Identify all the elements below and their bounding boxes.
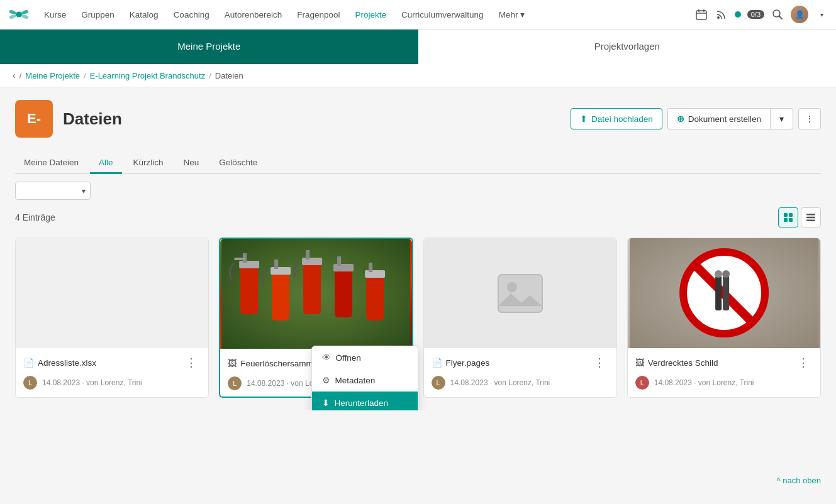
view-controls (778, 207, 821, 227)
menu-metadaten[interactable]: ⚙ Metadaten (312, 369, 418, 392)
svg-rect-19 (234, 258, 245, 260)
card-name-row-flyer: 📄 Flyer.pages ⋮ (432, 354, 609, 371)
notification-badge[interactable]: 0/3 (747, 10, 764, 19)
svg-rect-28 (337, 256, 341, 266)
card-meta-verdrecktes: L 14.08.2023 · von Lorenz, Trini (635, 376, 813, 390)
breadcrumb-back[interactable]: ‹ (13, 70, 16, 80)
cards-grid: 📄 Adressliste.xlsx ⋮ L 14.08.2023 · von … (15, 238, 821, 398)
card-footer-flyer: 📄 Flyer.pages ⋮ L 14.08.2023 · von Loren… (424, 348, 616, 396)
list-view-button[interactable] (801, 207, 821, 227)
card-thumb-adressliste (16, 238, 208, 348)
top-tabs: Meine Projekte Projektvorlagen (0, 30, 836, 64)
subtab-meine-dateien[interactable]: Meine Dateien (15, 153, 87, 174)
card-menu-verdrecktes[interactable]: ⋮ (794, 354, 813, 371)
upload-btn-label: Datei hochladen (591, 114, 653, 124)
svg-point-40 (715, 270, 722, 278)
card-name-row-verdrecktes: 🖼 Verdrecktes Schild ⋮ (635, 354, 813, 371)
card-avatar-flyer: L (432, 376, 445, 390)
header-actions: ⬆ Datei hochladen ⊕ Dokument erstellen ▾… (571, 108, 821, 129)
card-thumb-verdrecktes (628, 238, 820, 348)
create-btn-label: Dokument erstellen (688, 114, 761, 124)
card-avatar-adressliste: L (23, 376, 37, 390)
menu-herunterladen[interactable]: ⬇ Herunterladen (312, 392, 418, 410)
user-dropdown-icon[interactable]: ▾ (815, 8, 828, 21)
navbar: Kurse Gruppen Katalog Coaching Autorenbe… (0, 0, 836, 30)
tab-meine-projekte[interactable]: Meine Projekte (0, 30, 418, 64)
card-thumb-feuerloscher (220, 239, 411, 349)
card-menu-adressliste[interactable]: ⋮ (182, 354, 201, 371)
breadcrumb-elearning[interactable]: E-Learning Projekt Brandschutz (90, 71, 206, 80)
svg-rect-27 (333, 264, 354, 271)
grid-view-button[interactable] (778, 207, 798, 227)
filter-dropdown[interactable] (15, 182, 91, 200)
card-menu-flyer[interactable]: ⋮ (590, 354, 609, 371)
card-feuerloscher: 🖼 Feuerlöschersammlung ⋮ L 14.08.2023 · … (219, 238, 413, 398)
svg-rect-16 (240, 264, 258, 314)
card-date-adressliste: 14.08.2023 · von Lorenz, Trini (42, 378, 142, 387)
svg-rect-11 (789, 218, 793, 222)
svg-point-41 (722, 270, 730, 278)
svg-rect-38 (715, 276, 722, 310)
card-flyer: 📄 Flyer.pages ⋮ L 14.08.2023 · von Loren… (423, 238, 617, 398)
svg-point-5 (717, 16, 720, 19)
subtab-geloschte[interactable]: Gelöschte (210, 153, 266, 174)
svg-rect-21 (270, 267, 291, 275)
nav-gruppen[interactable]: Gruppen (75, 6, 121, 23)
project-icon: E- (15, 100, 53, 138)
card-thumb-flyer (424, 238, 616, 348)
more-options-button[interactable]: ⋮ (798, 108, 821, 129)
calendar-icon[interactable] (694, 8, 708, 21)
filter-row (15, 182, 821, 200)
tab-projektvorlagen[interactable]: Projektvorlagen (418, 30, 837, 64)
card-avatar-verdrecktes: L (635, 376, 649, 390)
nav-coaching[interactable]: Coaching (167, 6, 216, 23)
upload-file-button[interactable]: ⬆ Datei hochladen (571, 108, 662, 129)
nav-projekte[interactable]: Projekte (349, 6, 393, 23)
nav-autorenbereich[interactable]: Autorenbereich (218, 6, 289, 23)
svg-point-0 (16, 12, 22, 18)
svg-rect-20 (272, 270, 289, 320)
nav-kurse[interactable]: Kurse (38, 6, 72, 23)
page-header: E- Dateien ⬆ Datei hochladen ⊕ Dokument … (15, 100, 821, 138)
nav-fragenpool[interactable]: Fragenpool (291, 6, 346, 23)
nav-mehr[interactable]: Mehr ▾ (493, 6, 532, 23)
rss-icon[interactable] (715, 8, 728, 21)
breadcrumb-meine-projekte[interactable]: Meine Projekte (25, 71, 80, 80)
menu-offnen[interactable]: 👁 Öffnen (312, 346, 418, 369)
subtab-kurzlich[interactable]: Kürzlich (125, 153, 172, 174)
file-type-icon-flyer: 📄 (432, 358, 442, 368)
avatar-img-verdrecktes: L (635, 376, 649, 390)
nav-katalog[interactable]: Katalog (123, 6, 165, 23)
context-menu: 👁 Öffnen ⚙ Metadaten ⬇ Herunterladen 🗑 L… (311, 346, 418, 410)
search-icon[interactable] (771, 8, 784, 21)
svg-rect-17 (239, 261, 259, 268)
menu-offnen-label: Öffnen (336, 353, 361, 363)
breadcrumb-sep-0: / (20, 71, 22, 80)
upload-icon: ⬆ (580, 114, 588, 124)
file-type-icon-verdrecktes: 🖼 (635, 358, 644, 368)
user-avatar[interactable]: 👤 (791, 6, 808, 23)
svg-rect-9 (789, 213, 793, 217)
card-meta-flyer: L 14.08.2023 · von Lorenz, Trini (432, 376, 609, 390)
svg-rect-25 (306, 250, 309, 260)
avatar-img-flyer: L (432, 376, 445, 390)
svg-rect-8 (784, 213, 788, 217)
filename-adressliste: Adressliste.xlsx (38, 358, 96, 368)
gear-icon: ⚙ (322, 375, 330, 385)
svg-rect-13 (806, 217, 815, 219)
nav-curriculumverwaltung[interactable]: Curriculumverwaltung (395, 6, 490, 23)
subtab-alle[interactable]: Alle (90, 153, 122, 174)
breadcrumb-sep-2: / (209, 71, 211, 80)
add-icon: ⊕ (677, 114, 684, 124)
subtab-neu[interactable]: Neu (175, 153, 208, 174)
status-dot (735, 11, 741, 18)
svg-rect-30 (365, 270, 385, 278)
file-type-icon-adressliste: 📄 (23, 358, 34, 368)
list-header: 4 Einträge (15, 207, 821, 227)
svg-rect-32 (498, 275, 542, 312)
create-dropdown-button[interactable]: ▾ (770, 108, 793, 129)
breadcrumb-sep-1: / (84, 71, 86, 80)
svg-rect-23 (303, 261, 321, 314)
create-document-button[interactable]: ⊕ Dokument erstellen (667, 108, 770, 129)
avatar-img-feuerloscher: L (228, 376, 242, 390)
